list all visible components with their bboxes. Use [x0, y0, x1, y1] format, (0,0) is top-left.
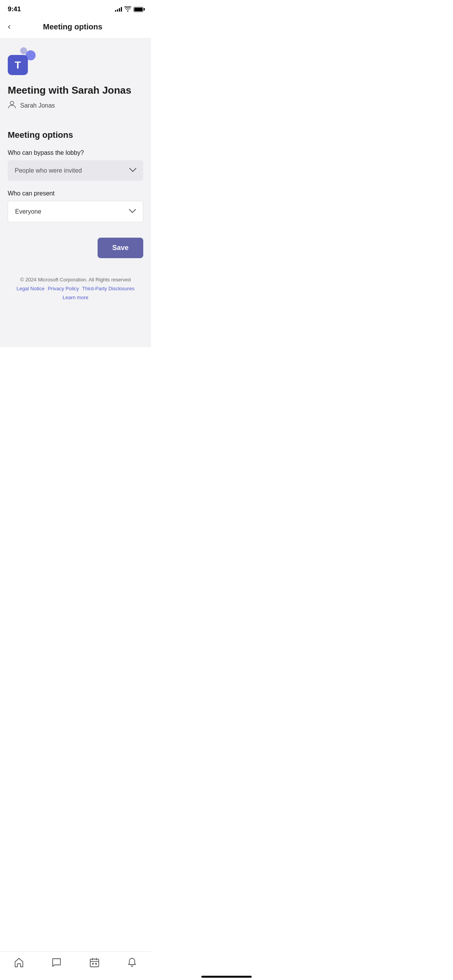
teams-person-small: [20, 47, 27, 54]
status-icons: [115, 6, 143, 13]
footer: © 2024 Microsoft Corporation. All Rights…: [0, 264, 151, 308]
status-time: 9:41: [8, 5, 21, 13]
third-party-link[interactable]: Third-Party Disclosures: [82, 286, 134, 291]
lobby-dropdown[interactable]: People who were invited: [8, 160, 143, 181]
page-title: Meeting options: [14, 22, 132, 31]
wifi-icon: [124, 6, 131, 13]
save-button[interactable]: Save: [98, 238, 143, 258]
signal-icon: [115, 7, 122, 12]
options-heading: Meeting options: [8, 130, 143, 140]
present-dropdown[interactable]: Everyone: [8, 201, 143, 222]
main-content: T Meeting with Sarah Jonas Sarah Jonas M…: [0, 38, 151, 347]
person-icon: [8, 100, 16, 111]
svg-point-0: [10, 101, 14, 105]
back-button[interactable]: ‹: [8, 20, 14, 33]
present-value: Everyone: [15, 208, 41, 215]
footer-links: Legal Notice Privacy Policy Third-Party …: [8, 286, 143, 291]
save-area: Save: [0, 231, 151, 264]
lobby-chevron-icon: [129, 166, 136, 175]
organizer-name: Sarah Jonas: [20, 102, 55, 109]
lobby-group: Who can bypass the lobby? People who wer…: [8, 149, 143, 181]
header-card: T Meeting with Sarah Jonas Sarah Jonas: [0, 38, 151, 122]
privacy-policy-link[interactable]: Privacy Policy: [48, 286, 79, 291]
teams-logo: T: [8, 47, 36, 75]
present-label: Who can present: [8, 190, 143, 197]
lobby-value: People who were invited: [15, 167, 82, 174]
nav-bar: ‹ Meeting options: [0, 16, 151, 38]
organizer-row: Sarah Jonas: [8, 100, 143, 111]
teams-logo-square: T: [8, 55, 28, 75]
present-group: Who can present Everyone: [8, 190, 143, 222]
status-bar: 9:41: [0, 0, 151, 16]
options-section: Meeting options Who can bypass the lobby…: [0, 122, 151, 222]
legal-notice-link[interactable]: Legal Notice: [17, 286, 45, 291]
learn-more-link[interactable]: Learn more: [63, 295, 88, 300]
meeting-title: Meeting with Sarah Jonas: [8, 84, 143, 96]
present-chevron-icon: [129, 207, 136, 216]
lobby-label: Who can bypass the lobby?: [8, 149, 143, 156]
battery-icon: [134, 7, 143, 12]
copyright-text: © 2024 Microsoft Corporation. All Rights…: [8, 277, 143, 283]
teams-letter: T: [15, 59, 21, 71]
